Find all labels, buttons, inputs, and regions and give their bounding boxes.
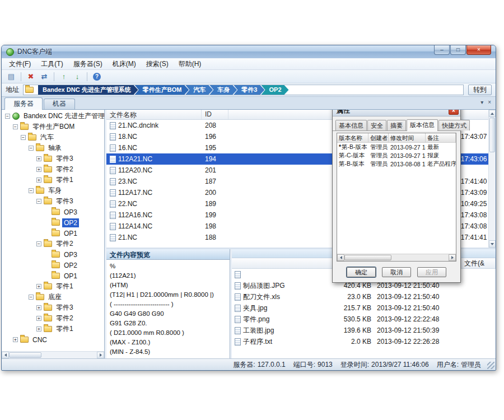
expand-icon[interactable]: + [36, 178, 41, 183]
breadcrumb-item[interactable]: OP2 [261, 85, 288, 95]
tree-horizontal-scrollbar[interactable] [2, 351, 104, 358]
tree-item[interactable]: −零件生产BOM [2, 122, 104, 132]
column-header-file-name[interactable]: 文件名称 [106, 110, 202, 119]
tab-服务器[interactable]: 服务器 [4, 97, 43, 110]
tree-item[interactable]: −车身 [2, 185, 104, 196]
dialog-title-bar[interactable]: 属性 × [333, 110, 460, 116]
tab-机器[interactable]: 机器 [44, 99, 75, 109]
menu-item[interactable]: 帮助(H) [174, 58, 207, 70]
expand-icon[interactable]: + [36, 305, 41, 310]
menu-item[interactable]: 机床(M) [108, 58, 141, 70]
delete-icon[interactable]: ✖ [25, 71, 37, 82]
collapse-icon[interactable]: − [21, 135, 26, 140]
column-header-time[interactable]: 修改时间 [389, 133, 426, 142]
tree-item[interactable]: OP3 [2, 207, 104, 217]
attachment-row[interactable]: 夹具.jpg215.7 KB2013-09-12 21:50:40 [232, 302, 496, 314]
dialog-tab-摘要[interactable]: 摘要 [387, 120, 406, 130]
collapse-icon[interactable]: − [5, 114, 10, 119]
breadcrumb-item[interactable]: 零件3 [234, 85, 264, 95]
scroll-right-icon[interactable] [449, 254, 456, 261]
close-button[interactable]: × [466, 45, 491, 55]
dialog-horizontal-scrollbar[interactable] [337, 254, 456, 261]
version-row[interactable]: 第-C-版本管理员2013-09-27 14:报废 [337, 151, 456, 160]
collapse-icon[interactable]: − [29, 295, 34, 300]
tree-item[interactable]: OP1 [2, 228, 104, 239]
tree-item[interactable]: −轴承 [2, 143, 104, 153]
dialog-button-取消[interactable]: 取消 [382, 267, 411, 277]
column-header-id[interactable]: ID [202, 110, 228, 119]
collapse-icon[interactable]: − [36, 199, 41, 204]
dialog-button-应用[interactable]: 应用 [417, 267, 446, 277]
scroll-left-icon[interactable] [337, 254, 344, 261]
column-header-note[interactable]: 备注 [426, 133, 456, 142]
breadcrumb-item[interactable]: Bandex DNC 先进生产管理系统 [38, 85, 138, 95]
expand-icon[interactable]: + [36, 156, 41, 161]
breadcrumb-item[interactable]: 零件生产BOM [135, 85, 189, 95]
tree-item[interactable]: −Bandex DNC 先进生产管理系统 [2, 111, 104, 122]
column-header-attachment-name[interactable] [232, 258, 339, 268]
scrollbar-track[interactable] [391, 254, 449, 261]
dialog-button-确定[interactable]: 确定 [347, 267, 376, 277]
attachment-row[interactable]: 配刀文件.xls23.0 KB2013-09-12 21:50:40 [232, 291, 496, 302]
go-button[interactable]: 转到 [468, 85, 492, 95]
tree-item[interactable]: −零件3 [2, 196, 104, 207]
scrollbar-track[interactable] [41, 352, 97, 358]
menu-item[interactable]: 服务器(S) [68, 58, 108, 70]
tree-item[interactable]: +零件2 [2, 164, 104, 175]
scrollbar-thumb[interactable] [344, 255, 391, 260]
column-header-version-name[interactable]: 版本名称 [337, 133, 368, 142]
scrollbar-thumb[interactable] [489, 118, 495, 152]
tree-item[interactable]: +零件1 [2, 175, 104, 185]
tree-item[interactable]: +零件1 [2, 324, 104, 334]
breadcrumb-item[interactable]: 车身 [209, 85, 237, 95]
tree-item[interactable]: +零件3 [2, 153, 104, 164]
title-bar[interactable]: DNC客户端 – □ × [2, 45, 496, 58]
collapse-icon[interactable]: − [36, 241, 41, 246]
expand-icon[interactable]: + [13, 337, 18, 342]
maximize-button[interactable]: □ [450, 45, 466, 55]
column-header-creator[interactable]: 创建者 [368, 133, 389, 142]
menu-item[interactable]: 工具(T) [36, 58, 68, 70]
tree-item[interactable]: +CNC [2, 334, 104, 345]
resize-grip[interactable] [487, 362, 494, 369]
address-field[interactable]: Bandex DNC 先进生产管理系统零件生产BOM汽车车身零件3OP2 [23, 85, 464, 95]
scroll-up-icon[interactable] [489, 110, 496, 117]
tree-item[interactable]: +零件3 [2, 302, 104, 313]
scroll-down-icon[interactable] [489, 240, 496, 248]
help-icon[interactable]: ? [91, 71, 103, 82]
tree-item[interactable]: OP1 [2, 270, 104, 281]
upload-icon[interactable]: ↑ [58, 71, 70, 82]
tree-item[interactable]: +零件1 [2, 281, 104, 292]
attachment-row[interactable]: 子程序.txt2.0 KB2013-09-12 22:26:28 [232, 336, 496, 347]
tree-item[interactable]: OP3 [2, 249, 104, 260]
tree-item[interactable]: +零件2 [2, 313, 104, 324]
menu-item[interactable]: 文件(F) [4, 58, 36, 70]
column-header-file[interactable]: 文件(& [461, 258, 496, 268]
version-row[interactable]: 第-B-版本管理员2013-08-08 17:老产品程序 [337, 160, 456, 168]
tree-item[interactable]: −汽车 [2, 132, 104, 143]
scroll-left-icon[interactable] [2, 352, 9, 358]
tree-item[interactable]: −底座 [2, 292, 104, 302]
collapse-icon[interactable]: − [29, 188, 34, 193]
expand-icon[interactable]: + [36, 326, 41, 332]
transfer-icon[interactable]: ⇄ [38, 71, 50, 82]
collapse-icon[interactable]: − [13, 124, 18, 129]
new-file-icon[interactable]: ▤ [5, 71, 17, 82]
menu-item[interactable]: 搜索(S) [141, 58, 174, 70]
scrollbar-track[interactable] [489, 153, 496, 240]
download-icon[interactable]: ↓ [71, 71, 83, 82]
attachment-row[interactable]: 工装图.jpg139.6 KB2013-09-12 21:50:39 [232, 325, 496, 336]
dialog-tab-安全[interactable]: 安全 [367, 120, 386, 130]
dialog-close-button[interactable]: × [449, 110, 459, 115]
scrollbar-thumb[interactable] [9, 352, 41, 358]
panel-close-icon[interactable]: × [488, 99, 491, 105]
scroll-right-icon[interactable] [97, 352, 104, 358]
panel-collapse-icon[interactable]: ▾ [480, 99, 483, 105]
expand-icon[interactable]: + [36, 167, 41, 172]
expand-icon[interactable]: + [36, 284, 41, 289]
dialog-tab-快捷方式[interactable]: 快捷方式 [438, 120, 470, 130]
breadcrumb-item[interactable]: 汽车 [185, 85, 213, 95]
dialog-tab-基本信息[interactable]: 基本信息 [335, 120, 367, 130]
attachment-row[interactable]: 零件.png530.5 KB2013-09-12 22:22:48 [232, 314, 496, 325]
expand-icon[interactable]: + [36, 316, 41, 321]
